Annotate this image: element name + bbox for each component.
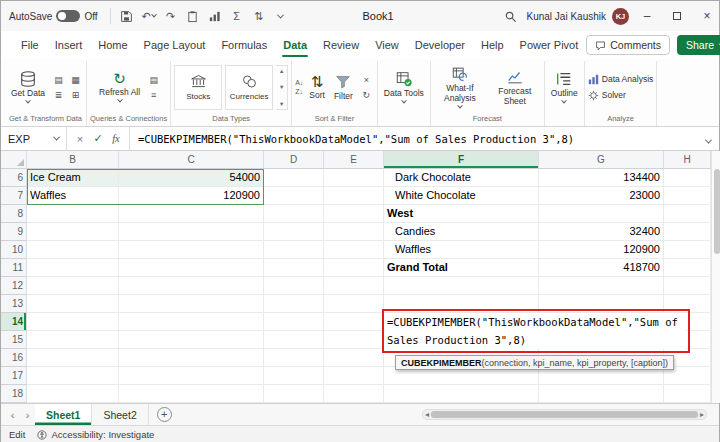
tab-help[interactable]: Help <box>473 31 512 59</box>
get-data-button[interactable]: Get Data <box>8 69 48 105</box>
cell-H9[interactable] <box>664 223 711 241</box>
edit-links-icon[interactable]: ≡ <box>146 88 161 101</box>
cell-C11[interactable] <box>119 259 264 277</box>
cell-B8[interactable] <box>27 205 119 223</box>
tab-review[interactable]: Review <box>315 31 367 59</box>
chart-button[interactable] <box>205 5 225 27</box>
row-header-11[interactable]: 11 <box>1 259 27 277</box>
row-header-8[interactable]: 8 <box>1 205 27 223</box>
cell-F11[interactable]: Grand Total <box>384 259 539 277</box>
cell-E10[interactable] <box>324 241 384 259</box>
accessibility-checker-button[interactable]: Accessibility: Investigate <box>37 429 154 440</box>
cell-H12[interactable] <box>664 277 711 295</box>
tab-formulas[interactable]: Formulas <box>213 31 275 59</box>
cell-C9[interactable] <box>119 223 264 241</box>
data-tools-button[interactable]: Data Tools <box>381 69 427 105</box>
cell-H7[interactable] <box>664 187 711 205</box>
cell-B9[interactable] <box>27 223 119 241</box>
row-header-15[interactable]: 15 <box>1 331 27 349</box>
recent-sources-icon[interactable]: ⊞ <box>68 88 83 101</box>
stocks-button[interactable]: Stocks <box>174 65 222 110</box>
sort-button[interactable]: ⇅ Sort <box>306 73 328 102</box>
sort-quick-button[interactable]: ⇅ <box>249 5 269 27</box>
cell-D18[interactable] <box>264 385 324 403</box>
cell-D17[interactable] <box>264 367 324 385</box>
cell-E14[interactable] <box>324 313 384 331</box>
row-header-9[interactable]: 9 <box>1 223 27 241</box>
cell-B13[interactable] <box>27 295 119 313</box>
maximize-button[interactable] <box>665 1 689 31</box>
cell-E18[interactable] <box>324 385 384 403</box>
cell-G13[interactable] <box>539 295 664 313</box>
comments-button[interactable]: Comments <box>586 35 670 55</box>
row-header-13[interactable]: 13 <box>1 295 27 313</box>
cell-D14[interactable] <box>264 313 324 331</box>
gallery-scroll-strip[interactable]: ▴ ▾ ▾ <box>276 65 288 110</box>
cell-B7[interactable]: Waffles <box>27 187 119 205</box>
cell-D6[interactable] <box>264 169 324 187</box>
cell-G8[interactable] <box>539 205 664 223</box>
sort-az-icon[interactable]: A↓ <box>295 79 303 86</box>
tab-page-layout[interactable]: Page Layout <box>136 31 214 59</box>
cell-D9[interactable] <box>264 223 324 241</box>
tab-home[interactable]: Home <box>90 31 135 59</box>
tab-insert[interactable]: Insert <box>47 31 91 59</box>
cell-B12[interactable] <box>27 277 119 295</box>
sheet-tab-sheet2[interactable]: Sheet2 <box>92 404 148 425</box>
forecast-sheet-button[interactable]: Forecast Sheet <box>489 67 541 107</box>
cell-C6[interactable]: 54000 <box>119 169 264 187</box>
select-all-button[interactable] <box>1 151 27 169</box>
cell-E12[interactable] <box>324 277 384 295</box>
sheet-nav-right-icon[interactable]: › <box>20 409 35 421</box>
cell-B18[interactable] <box>27 385 119 403</box>
data-analysis-button[interactable]: Data Analysis <box>588 74 654 85</box>
row-header-6[interactable]: 6 <box>1 169 27 187</box>
column-header-F[interactable]: F <box>384 151 539 169</box>
cell-F18[interactable] <box>384 385 539 403</box>
new-sheet-button[interactable]: + <box>157 407 172 422</box>
column-header-G[interactable]: G <box>539 151 664 169</box>
cell-edit-overlay[interactable]: =CUBEKPIMEMBER("ThisWorkbookDataModel","… <box>385 313 686 349</box>
cell-D10[interactable] <box>264 241 324 259</box>
cell-B6[interactable]: Ice Cream <box>27 169 119 187</box>
horizontal-scrollbar-thumb[interactable] <box>431 411 698 418</box>
cell-D16[interactable] <box>264 349 324 367</box>
solver-button[interactable]: Solver <box>588 90 626 101</box>
cell-H8[interactable] <box>664 205 711 223</box>
cell-C8[interactable] <box>119 205 264 223</box>
cell-D7[interactable] <box>264 187 324 205</box>
cell-H10[interactable] <box>664 241 711 259</box>
vertical-scrollbar-thumb[interactable] <box>714 169 720 254</box>
column-header-C[interactable]: C <box>119 151 264 169</box>
refresh-all-button[interactable]: ↻ Refresh All <box>96 70 143 104</box>
tab-view[interactable]: View <box>367 31 407 59</box>
row-header-17[interactable]: 17 <box>1 367 27 385</box>
clipboard-button[interactable] <box>183 5 203 27</box>
tab-data[interactable]: Data <box>275 31 315 59</box>
scroll-left-icon[interactable]: ◂ <box>425 411 429 419</box>
cell-B17[interactable] <box>27 367 119 385</box>
cell-H13[interactable] <box>664 295 711 313</box>
cell-H11[interactable] <box>664 259 711 277</box>
cell-B10[interactable] <box>27 241 119 259</box>
cell-F12[interactable] <box>384 277 539 295</box>
cancel-button[interactable]: × <box>71 133 89 145</box>
filter-button[interactable]: Filter <box>331 72 356 103</box>
scroll-right-icon[interactable]: ▸ <box>700 411 704 419</box>
enter-button[interactable]: ✓ <box>89 132 107 145</box>
row-header-7[interactable]: 7 <box>1 187 27 205</box>
cell-E16[interactable] <box>324 349 384 367</box>
tab-developer[interactable]: Developer <box>407 31 473 59</box>
from-text-icon[interactable]: ▤ <box>51 73 66 86</box>
tab-power-pivot[interactable]: Power Pivot <box>512 31 587 59</box>
cell-B15[interactable] <box>27 331 119 349</box>
cell-C7[interactable]: 120900 <box>119 187 264 205</box>
currencies-button[interactable]: Currencies <box>225 65 273 110</box>
column-header-H[interactable]: H <box>664 151 711 169</box>
name-box[interactable]: EXP <box>1 127 67 150</box>
gallery-up-icon[interactable]: ▴ <box>280 67 283 75</box>
cell-G11[interactable]: 418700 <box>539 259 664 277</box>
cell-D8[interactable] <box>264 205 324 223</box>
column-header-E[interactable]: E <box>324 151 384 169</box>
gallery-more-icon[interactable]: ▾ <box>280 100 283 108</box>
